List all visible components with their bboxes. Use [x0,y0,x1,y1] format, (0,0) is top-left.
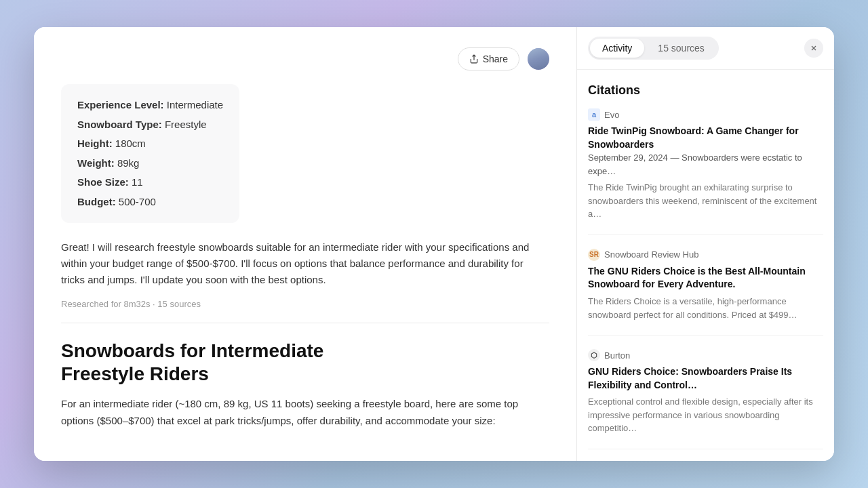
source-name-2: Snowboard Review Hub [604,249,698,260]
right-panel: Activity 15 sources Citations a Evo Ride… [576,27,834,461]
tab-sources[interactable]: 15 sources [646,39,716,58]
snowboard-type-label: Snowboard Type: [77,119,162,130]
avatar-image [528,48,549,70]
section-title: Snowboards for Intermediate Freestyle Ri… [61,340,549,385]
share-button[interactable]: Share [458,47,519,70]
citation-excerpt-3: Exceptional control and flexible design,… [588,395,823,435]
citation-excerpt-1: The Ride TwinPig brought an exhilarating… [588,181,823,221]
srh-icon: SR [588,249,600,261]
evo-icon: a [588,108,600,121]
tab-group: Activity 15 sources [588,37,719,60]
spec-experience: Experience Level: Intermediate [77,98,223,113]
budget-value: 500-700 [119,196,156,207]
burton-icon: ⬡ [588,349,600,361]
source-name-3: Burton [604,350,630,361]
weight-label: Weight: [77,157,115,169]
snowboard-type-value: Freestyle [165,119,207,130]
response-text: Great! I will research freestyle snowboa… [61,239,549,288]
citation-title-1: Ride TwinPig Snowboard: A Game Changer f… [588,125,823,178]
top-bar: Share [61,47,549,70]
citation-item: ⬡ Burton GNU Riders Choice: Snowboarders… [588,349,823,449]
citation-source-1: a Evo [588,108,823,121]
panel-header: Activity 15 sources [577,27,834,70]
experience-label: Experience Level: [77,99,164,110]
weight-value: 89kg [117,157,140,169]
spec-weight: Weight: 89kg [77,156,223,171]
shoe-size-value: 11 [132,176,143,188]
spec-card: Experience Level: Intermediate Snowboard… [61,84,239,223]
citation-item: a Evo Ride TwinPig Snowboard: A Game Cha… [588,108,823,235]
research-meta: Researched for 8m32s · 15 sources [61,299,549,309]
citation-source-3: ⬡ Burton [588,349,823,361]
section-title-line2: Freestyle Riders [61,363,209,384]
shoe-size-label: Shoe Size: [77,176,129,188]
height-label: Height: [77,138,113,149]
budget-label: Budget: [77,196,116,207]
share-label: Share [483,54,508,64]
main-container: Share Experience Level: Intermediate Sno… [34,27,834,461]
spec-snowboard-type: Snowboard Type: Freestyle [77,117,223,133]
citation-source-2: SR Snowboard Review Hub [588,249,823,261]
share-icon [469,54,479,64]
close-button[interactable] [804,39,823,58]
section-body: For an intermediate rider (~180 cm, 89 k… [61,396,549,430]
section-divider [61,323,549,323]
section-title-line1: Snowboards for Intermediate [61,340,323,361]
citation-item: SR Snowboard Review Hub The GNU Riders C… [588,249,823,336]
content-panel: Share Experience Level: Intermediate Sno… [34,27,576,461]
spec-budget: Budget: 500-700 [77,195,223,210]
tab-activity[interactable]: Activity [590,39,644,58]
avatar [528,48,549,70]
source-name-1: Evo [604,110,619,120]
panel-body: Citations a Evo Ride TwinPig Snowboard: … [577,70,834,461]
spec-shoe-size: Shoe Size: 11 [77,175,223,190]
close-icon [810,44,818,52]
citation-title-3: GNU Riders Choice: Snowboarders Praise I… [588,365,823,392]
citation-title-2: The GNU Riders Choice is the Best All-Mo… [588,265,823,291]
spec-height: Height: 180cm [77,136,223,152]
experience-value: Intermediate [167,99,223,110]
citation-excerpt-2: The Riders Choice is a versatile, high-p… [588,295,823,321]
citations-title: Citations [588,83,823,98]
height-value: 180cm [115,138,146,149]
